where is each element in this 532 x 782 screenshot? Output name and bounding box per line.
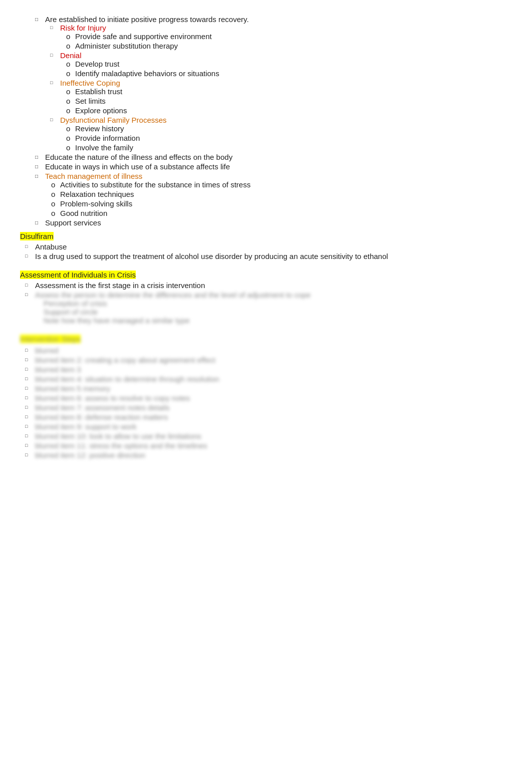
list-item: Develop trust [75,60,512,68]
educate-substance-bullet: Educate in ways in which use of a substa… [45,162,512,171]
list-item: Relaxation techniques [60,190,512,198]
list-item: blurred item 12: positive direction [35,451,512,459]
disulfiram-section: Disulfiram Antabuse Is a drug used to su… [20,232,512,260]
list-item: Identify maladaptive behaviors or situat… [75,69,512,78]
dysfunctional-family-label: Dysfunctional Family Processes [60,116,167,124]
assessment-first-stage-bullet: Assessment is the first stage in a crisi… [35,281,512,290]
list-item: Provide information [75,134,512,142]
list-item: Good nutrition [60,209,512,217]
list-item: blurred item 6: assess to resolve to cop… [35,394,512,402]
list-item: Establish trust [75,87,512,96]
risk-for-injury-item: Risk for Injury Provide safe and support… [60,24,512,50]
list-item: Set limits [75,97,512,105]
list-item: blurred item 10: look to allow to use th… [35,432,512,440]
list-item: Administer substitution therapy [75,42,512,50]
list-item: blurred item 3 [35,365,512,374]
list-item: blurred item 7: assessment notes details [35,403,512,412]
intro-section: Are established to initiate positive pro… [30,15,512,227]
blurred-section-title: Intervention Steps [20,335,512,343]
support-services-bullet: Support services [45,218,512,227]
risk-for-injury-label: Risk for Injury [60,24,106,32]
assessment-title: Assessment of Individuals in Crisis [20,271,512,279]
educate-illness-bullet: Educate the nature of the illness and ef… [45,153,512,161]
disulfiram-title: Disulfiram [20,232,512,240]
ineffective-coping-label: Ineffective Coping [60,79,120,87]
dysfunctional-family-item: Dysfunctional Family Processes Review hi… [60,116,512,152]
assessment-section: Assessment of Individuals in Crisis Asse… [20,271,512,325]
list-item: blurred item 8: defense reaction matters [35,413,512,421]
teach-management-label: Teach management of illness [45,172,142,180]
denial-label: Denial [60,51,82,60]
disulfiram-description-bullet: Is a drug used to support the treatment … [35,252,411,260]
list-item: blurred item 5 memory [35,384,512,393]
ineffective-coping-item: Ineffective Coping Establish trust Set l… [60,79,512,115]
list-item: Explore options [75,106,512,115]
list-item: blurred item 4: situation to determine t… [35,375,512,383]
list-item: Involve the family [75,143,512,152]
assessment-blurred-bullet: Assess the person to determine the diffe… [35,291,512,325]
list-item: blurred item 9: support to work [35,422,512,431]
antabuse-bullet: Antabuse [35,242,512,251]
denial-item: Denial Develop trust Identify maladaptiv… [60,51,512,78]
blurred-lower-section: Intervention Steps blurred blurred item … [20,335,512,459]
list-item: blurred item 2: creating a copy about ag… [35,356,512,364]
list-item: Activities to substitute for the substan… [60,180,512,189]
list-item: Review history [75,124,512,133]
intro-bullet: Are established to initiate positive pro… [45,15,512,152]
teach-management-item: Teach management of illness Activities t… [45,172,512,217]
list-item: blurred [35,346,512,355]
list-item: blurred item 11: stress the options and … [35,441,512,450]
list-item: Provide safe and supportive environment [75,32,512,41]
list-item: Problem-solving skills [60,199,512,208]
